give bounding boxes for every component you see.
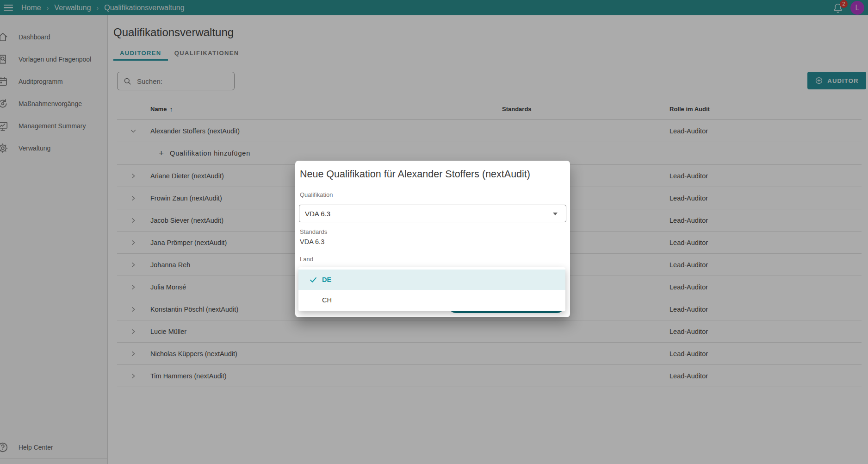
land-option-de[interactable]: DE — [298, 270, 565, 290]
caret-down-icon — [553, 213, 558, 215]
land-dropdown-menu: DE CH — [298, 267, 565, 311]
land-option-label: CH — [322, 296, 332, 304]
qualification-value: VDA 6.3 — [305, 210, 330, 218]
qualification-select[interactable]: VDA 6.3 — [299, 205, 566, 222]
standards-value: VDA 6.3 — [300, 238, 324, 245]
dialog-title: Neue Qualifikation für Alexander Stoffer… — [300, 169, 530, 180]
qualification-label: Qualifikation — [300, 191, 333, 198]
land-option-ch[interactable]: CH — [298, 290, 565, 310]
land-label: Land — [300, 256, 313, 263]
check-icon — [309, 276, 317, 284]
land-option-label: DE — [322, 276, 331, 283]
standards-label: Standards — [300, 228, 327, 235]
